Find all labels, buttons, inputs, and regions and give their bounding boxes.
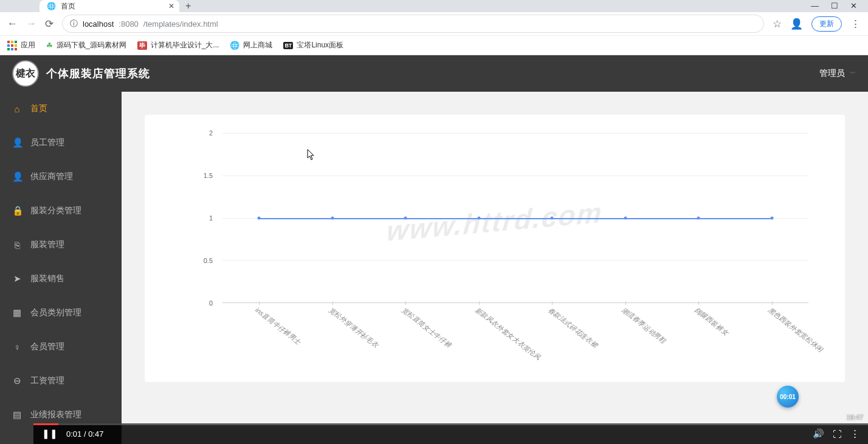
data-point [770, 216, 773, 219]
browser-menu-icon[interactable]: ⋮ [850, 18, 861, 30]
progress-fill [33, 423, 58, 425]
window-min-button[interactable]: — [811, 1, 819, 10]
sidebar-item-0[interactable]: ⌂首页 [0, 92, 122, 126]
sidebar-item-6[interactable]: ▦会员类别管理 [0, 296, 122, 330]
menu-icon: ▦ [12, 307, 22, 318]
sidebar-item-7[interactable]: ♀会员管理 [0, 330, 122, 364]
x-label: 阔腿西装裤女 [693, 306, 730, 337]
sidebar-item-8[interactable]: ⊖工资管理 [0, 364, 122, 398]
window-close-button[interactable]: ✕ [850, 1, 857, 10]
x-label: 新款风衣外套女大衣英伦风 [474, 306, 542, 362]
window-max-button[interactable]: ☐ [831, 1, 838, 10]
volume-icon[interactable]: 🔊 [813, 428, 824, 439]
video-more-icon[interactable]: ⋮ [850, 428, 859, 439]
update-button[interactable]: 更新 [811, 16, 842, 32]
sidebar: ⌂首页👤员工管理👤供应商管理🔒服装分类管理⎘服装管理➤服装销售▦会员类别管理♀会… [0, 92, 122, 444]
menu-label: 会员类别管理 [30, 307, 81, 318]
bookmark-label: 网上商城 [243, 40, 272, 50]
apps-button[interactable]: 应用 [7, 40, 35, 50]
y-tick: 1.5 [204, 172, 213, 179]
menu-icon: 👤 [12, 137, 22, 148]
bi-icon: 毕 [137, 41, 147, 50]
chart-card: www.httrd.com 00.511.52 ins直筒牛仔裤男士宽松外穿薄开… [145, 115, 845, 382]
menu-label: 供应商管理 [30, 171, 73, 182]
menu-icon: ▤ [12, 409, 22, 420]
grid-line [222, 260, 808, 261]
system-clock: 19:47 [846, 414, 863, 421]
x-label: 黑色西装外套宽松休闲 [766, 306, 825, 354]
app-title: 个体服装店管理系统 [46, 66, 150, 81]
x-label: 宽松外穿薄开衫毛衣 [327, 306, 380, 350]
y-axis: 00.511.52 [193, 133, 218, 303]
browser-tab[interactable]: 🌐 首页 ✕ [40, 0, 179, 13]
fullscreen-icon[interactable]: ⛶ [833, 429, 842, 439]
account-icon[interactable]: 👤 [790, 18, 803, 30]
chart: 00.511.52 ins直筒牛仔裤男士宽松外穿薄开衫毛衣宽松直筒女士牛仔裤新款… [169, 133, 821, 340]
sidebar-item-3[interactable]: 🔒服装分类管理 [0, 194, 122, 228]
menu-icon: 🔒 [12, 205, 22, 216]
sidebar-item-4[interactable]: ⎘服装管理 [0, 228, 122, 262]
logo: 楗衣 [12, 60, 39, 87]
x-label: 潮流春季运动男鞋 [620, 306, 668, 346]
menu-label: 服装分类管理 [30, 205, 81, 216]
tab-strip: 🌐 首页 ✕ + — ☐ ✕ [0, 0, 868, 12]
menu-icon: ⊖ [12, 375, 22, 386]
bt-icon: BT [283, 42, 293, 49]
new-tab-button[interactable]: + [185, 1, 191, 12]
menu-label: 服装管理 [30, 239, 64, 250]
browser-chrome: 🌐 首页 ✕ + — ☐ ✕ ← → ⟳ ⓘ localhost:8080/te… [0, 0, 868, 55]
bookmark-label: 计算机毕业设计_大... [151, 40, 219, 50]
y-tick: 0 [209, 299, 213, 307]
bookmark-item[interactable]: 🌐 网上商城 [230, 40, 272, 50]
menu-icon: 👤 [12, 171, 22, 182]
reload-button[interactable]: ⟳ [45, 18, 53, 30]
star-icon[interactable]: ☆ [773, 18, 782, 30]
menu-label: 会员管理 [30, 341, 64, 352]
globe-icon: 🌐 [47, 2, 56, 10]
sidebar-item-5[interactable]: ➤服装销售 [0, 262, 122, 296]
bookmark-item[interactable]: ☘ 源码下载_源码素材网 [46, 40, 126, 50]
menu-icon: ➤ [12, 273, 22, 284]
x-label: ins直筒牛仔裤男士 [253, 306, 303, 347]
user-menu[interactable]: 管理员 ﹀ [819, 68, 856, 79]
data-point [404, 216, 407, 219]
menu-icon: ♀ [12, 342, 22, 352]
bookmark-label: 宝塔Linux面板 [297, 40, 343, 50]
menu-label: 首页 [30, 103, 47, 114]
bookmark-item[interactable]: 毕 计算机毕业设计_大... [137, 40, 219, 50]
url-host: localhost [83, 19, 114, 29]
brand: 楗衣 个体服装店管理系统 [12, 60, 150, 87]
menu-icon: ⎘ [12, 240, 22, 250]
window-buttons: — ☐ ✕ [800, 0, 868, 12]
data-point [697, 216, 700, 219]
site-info-icon[interactable]: ⓘ [70, 18, 78, 29]
sidebar-item-2[interactable]: 👤供应商管理 [0, 160, 122, 194]
video-time: 0:01 / 0:47 [66, 429, 103, 439]
menu-label: 业绩报表管理 [30, 409, 81, 420]
x-axis: ins直筒牛仔裤男士宽松外穿薄开衫毛衣宽松直筒女士牛仔裤新款风衣外套女大衣英伦风… [222, 303, 808, 340]
app-header: 楗衣 个体服装店管理系统 管理员 ﹀ [0, 55, 868, 92]
plot-area [222, 133, 808, 303]
video-controls: ❚❚ 0:01 / 0:47 🔊 ⛶ ⋮ [33, 423, 868, 444]
apps-label: 应用 [21, 40, 35, 50]
x-label: 春款法式碎花连衣裙 [546, 306, 599, 350]
grid-line [222, 176, 808, 176]
leaf-icon: ☘ [46, 41, 53, 50]
address-bar: ← → ⟳ ⓘ localhost:8080/templates/index.h… [0, 12, 868, 35]
tab-close-icon[interactable]: ✕ [168, 2, 174, 10]
menu-icon: ⌂ [12, 104, 22, 114]
tab-title: 首页 [61, 1, 75, 12]
data-point [331, 216, 334, 219]
bookmark-item[interactable]: BT 宝塔Linux面板 [283, 40, 343, 50]
bookmark-label: 源码下载_源码素材网 [57, 40, 126, 50]
url-field[interactable]: ⓘ localhost:8080/templates/index.html [62, 15, 764, 33]
y-tick: 2 [209, 129, 213, 137]
chevron-down-icon: ﹀ [850, 69, 856, 78]
back-button[interactable]: ← [7, 18, 18, 30]
url-path: /templates/index.html [143, 19, 218, 29]
forward-button[interactable]: → [26, 18, 36, 30]
play-pause-button[interactable]: ❚❚ [42, 428, 58, 439]
main-content: www.httrd.com 00.511.52 ins直筒牛仔裤男士宽松外穿薄开… [122, 92, 868, 444]
progress-track[interactable] [33, 423, 868, 425]
sidebar-item-1[interactable]: 👤员工管理 [0, 126, 122, 160]
